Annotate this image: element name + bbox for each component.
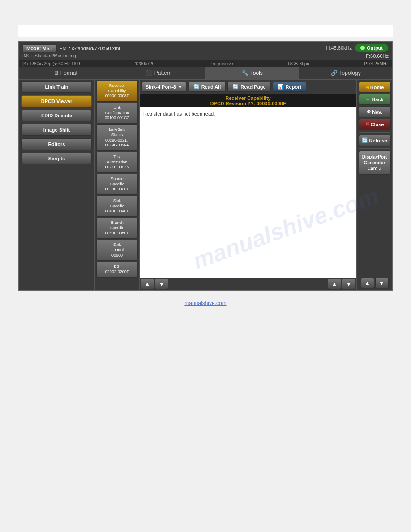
topology-icon: 🔗 <box>331 70 338 76</box>
close-label: Close <box>371 122 384 127</box>
main-bottom-arrows: ▲ ▼ ▲ ▼ <box>140 278 356 290</box>
output-label: Output <box>367 45 383 51</box>
tab-pattern[interactable]: ⬛ Pattern <box>112 67 206 79</box>
register-message: Register data has not been read. <box>143 111 215 116</box>
tab-format[interactable]: 🖥 Format <box>19 67 112 79</box>
scripts-button[interactable]: Scripts <box>21 153 92 164</box>
scroll-up-left[interactable]: ▲ <box>141 279 154 289</box>
dpcd-link-configuration[interactable]: LinkConfiguration00100-001CZ <box>96 103 138 124</box>
tab-tools-label: Tools <box>250 70 263 76</box>
toolbar-row: Sink-4 Port-8 ▼ 🔄 Read All 🔄 Read Page 📊… <box>140 80 356 94</box>
f-freq: F:60.60Hz <box>366 53 389 59</box>
editors-button[interactable]: Editors <box>21 138 92 150</box>
pixel-freq: P:74.25MHz <box>364 61 389 66</box>
img-path: IMG: /Standard/Master.img <box>22 53 120 58</box>
main-content: Sink-4 Port-8 ▼ 🔄 Read All 🔄 Read Page 📊… <box>140 80 356 290</box>
refresh-icon: 🔄 <box>362 137 368 143</box>
header-mode: Mode: MST FMT: /Standard/720p60.xml <box>22 44 120 52</box>
tab-format-label: Format <box>60 70 77 76</box>
nav-button[interactable]: ⊕ Nav. <box>359 106 391 117</box>
back-button[interactable]: ← Back <box>359 94 391 105</box>
mid-scroll-arrows: ▲ ▼ <box>328 279 355 289</box>
header-right: H:45.60kHz Output F:60.60Hz <box>326 43 389 59</box>
info-bar: Receiver Capability DPCD Revision ??: 00… <box>140 94 356 107</box>
refresh-button[interactable]: 🔄 Refresh <box>359 135 391 146</box>
output-button[interactable]: Output <box>355 43 389 52</box>
scroll-down-right[interactable]: ▼ <box>375 278 389 288</box>
back-icon: ← <box>365 97 370 102</box>
sink-dropdown[interactable]: Sink-4 Port-8 ▼ <box>141 82 187 92</box>
refresh-label: Refresh <box>369 138 388 143</box>
resolution2: 1280x720 <box>135 61 154 66</box>
close-icon: ✕ <box>365 121 369 127</box>
link-train-button[interactable]: Link Train <box>21 81 92 93</box>
scroll-down-left[interactable]: ▼ <box>155 279 168 289</box>
info-title: Receiver Capability <box>225 95 271 101</box>
main-container: Mode: MST FMT: /Standard/720p60.xml IMG:… <box>18 41 393 291</box>
read-all-label: Read All <box>201 84 221 90</box>
report-button[interactable]: 📊 Report <box>273 82 306 92</box>
content-area: Link Train DPCD Viewer EDID Decode Image… <box>19 80 392 290</box>
left-sidebar: Link Train DPCD Viewer EDID Decode Image… <box>19 80 95 290</box>
report-label: Report <box>286 84 301 90</box>
scroll-up-right[interactable]: ▲ <box>361 278 374 288</box>
bottom-link-text: manualshive.com <box>184 300 226 306</box>
dpcd-receiver-capability[interactable]: ReceiverCapability00000-0008F <box>96 81 138 102</box>
separator2 <box>359 148 390 149</box>
resolution: (4) 1280x720p @ 60 Hz 16:9 <box>22 61 80 66</box>
read-all-button[interactable]: 🔄 Read All <box>188 82 226 92</box>
scan-type: Progressive <box>210 61 233 66</box>
scroll-down-mid[interactable]: ▼ <box>342 279 355 289</box>
read-page-label: Read Page <box>240 84 265 90</box>
header-left: Mode: MST FMT: /Standard/720p60.xml IMG:… <box>22 44 120 58</box>
tools-icon: 🔧 <box>242 70 248 76</box>
refresh-icon-read-page: 🔄 <box>232 84 239 90</box>
dpcd-esi[interactable]: ESI02002-0200F <box>96 262 138 277</box>
dpcd-link-sink-status[interactable]: Link/SinkStatus00290-0021700290-002FF <box>96 124 138 151</box>
dpcd-branch-specific[interactable]: BranchSpecific00500-005FF <box>96 218 138 239</box>
status-bar: (4) 1280x720p @ 60 Hz 16:9 1280x720 Prog… <box>19 60 392 67</box>
back-label: Back <box>372 97 383 102</box>
tab-bar: 🖥 Format ⬛ Pattern 🔧 Tools 🔗 Topology <box>19 67 392 80</box>
top-bar <box>18 25 393 37</box>
output-indicator <box>360 46 365 50</box>
dpcd-list: ReceiverCapability00000-0008F LinkConfig… <box>95 80 140 290</box>
pattern-icon: ⬛ <box>146 70 153 76</box>
dpcd-source-specific[interactable]: SourceSpecific00300-003FF <box>96 174 138 195</box>
separator <box>359 132 390 133</box>
dpcd-sink-control[interactable]: SinkControl00600 <box>96 240 138 261</box>
color-depth: RGB-8bpc <box>288 61 309 66</box>
bottom-link[interactable]: manualshive.com <box>18 300 393 306</box>
format-icon: 🖥 <box>53 70 59 76</box>
dpcd-test-automation[interactable]: TestAutomation00218-0027A <box>96 152 138 173</box>
close-button[interactable]: ✕ Close <box>359 119 391 130</box>
sink-label: Sink-4 Port-8 <box>146 84 176 90</box>
home-icon: ◀ <box>365 84 369 90</box>
display-port-button[interactable]: DisplayPortGeneratorCard 3 <box>359 151 391 175</box>
right-sidebar: ◀ Home ← Back ⊕ Nav. ✕ Close 🔄 <box>356 80 392 290</box>
header-row: Mode: MST FMT: /Standard/720p60.xml IMG:… <box>19 42 392 60</box>
nav-label: Nav. <box>372 109 382 115</box>
tab-tools[interactable]: 🔧 Tools <box>206 67 300 79</box>
refresh-icon-read-all: 🔄 <box>193 84 200 90</box>
home-label: Home <box>370 85 384 90</box>
fmt-path: FMT: /Standard/720p60.xml <box>60 46 120 51</box>
info-subtitle: DPCD Revision ??: 00000-0008F <box>210 101 286 106</box>
mode-button[interactable]: Mode: MST <box>22 44 57 52</box>
tab-topology-label: Topology <box>339 70 361 76</box>
image-shift-button[interactable]: Image Shift <box>21 124 92 136</box>
scroll-up-mid[interactable]: ▲ <box>328 279 341 289</box>
tab-topology[interactable]: 🔗 Topology <box>299 67 392 79</box>
right-scroll-arrows: ▲ ▼ <box>361 278 389 288</box>
data-area: Register data has not been read. manuals… <box>140 107 356 278</box>
h-freq: H:45.60kHz <box>326 45 351 51</box>
read-page-button[interactable]: 🔄 Read Page <box>227 82 270 92</box>
dpcd-viewer-button[interactable]: DPCD Viewer <box>21 95 92 107</box>
dpcd-sink-specific[interactable]: SinkSpecific00400-004FF <box>96 196 138 217</box>
edid-decode-button[interactable]: EDID Decode <box>21 110 92 121</box>
dropdown-arrow-icon: ▼ <box>178 84 183 90</box>
home-button[interactable]: ◀ Home <box>359 82 391 93</box>
display-port-label: DisplayPortGeneratorCard 3 <box>362 154 387 172</box>
report-icon: 📊 <box>278 84 284 90</box>
tab-pattern-label: Pattern <box>154 70 172 76</box>
